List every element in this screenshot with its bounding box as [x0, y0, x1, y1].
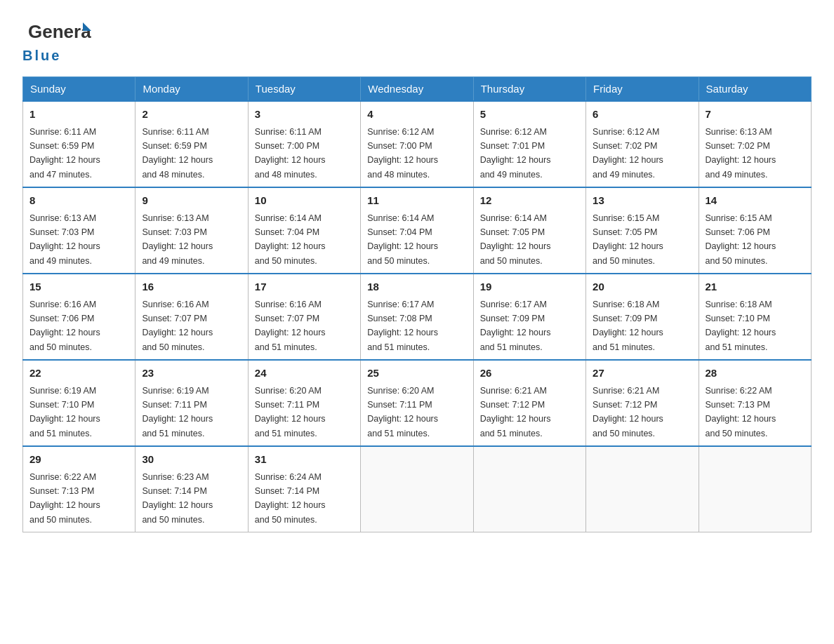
calendar-cell: 9 Sunrise: 6:13 AMSunset: 7:03 PMDayligh…	[135, 187, 248, 274]
calendar-cell	[361, 446, 473, 532]
calendar-cell: 2 Sunrise: 6:11 AMSunset: 6:59 PMDayligh…	[135, 101, 248, 187]
day-info: Sunrise: 6:13 AMSunset: 7:03 PMDaylight:…	[29, 213, 100, 266]
calendar-cell	[473, 446, 585, 532]
logo-blue-line: Blue	[22, 48, 91, 64]
day-info: Sunrise: 6:14 AMSunset: 7:04 PMDaylight:…	[255, 213, 326, 266]
day-number: 22	[29, 365, 128, 382]
calendar-cell: 17 Sunrise: 6:16 AMSunset: 7:07 PMDaylig…	[248, 274, 360, 360]
day-info: Sunrise: 6:15 AMSunset: 7:05 PMDaylight:…	[593, 213, 663, 266]
day-info: Sunrise: 6:19 AMSunset: 7:10 PMDaylight:…	[29, 386, 100, 438]
day-info: Sunrise: 6:16 AMSunset: 7:06 PMDaylight:…	[29, 300, 100, 352]
week-row-5: 29 Sunrise: 6:22 AMSunset: 7:13 PMDaylig…	[23, 446, 812, 532]
day-number: 30	[142, 452, 241, 468]
day-number: 31	[255, 452, 354, 468]
week-row-4: 22 Sunrise: 6:19 AMSunset: 7:10 PMDaylig…	[23, 360, 812, 446]
day-info: Sunrise: 6:14 AMSunset: 7:04 PMDaylight:…	[367, 213, 438, 266]
calendar-cell: 21 Sunrise: 6:18 AMSunset: 7:10 PMDaylig…	[699, 274, 811, 360]
calendar-cell: 16 Sunrise: 6:16 AMSunset: 7:07 PMDaylig…	[135, 274, 248, 360]
calendar-cell: 29 Sunrise: 6:22 AMSunset: 7:13 PMDaylig…	[23, 446, 135, 532]
calendar-cell: 15 Sunrise: 6:16 AMSunset: 7:06 PMDaylig…	[23, 274, 135, 360]
logo-general-blue	[22, 20, 28, 44]
day-number: 10	[255, 193, 354, 209]
col-header-friday: Friday	[586, 77, 699, 102]
day-info: Sunrise: 6:13 AMSunset: 7:02 PMDaylight:…	[706, 127, 776, 180]
week-row-2: 8 Sunrise: 6:13 AMSunset: 7:03 PMDayligh…	[23, 187, 812, 274]
day-number: 24	[255, 365, 354, 382]
col-header-monday: Monday	[135, 77, 248, 102]
calendar-cell: 12 Sunrise: 6:14 AMSunset: 7:05 PMDaylig…	[473, 187, 585, 274]
day-info: Sunrise: 6:17 AMSunset: 7:08 PMDaylight:…	[367, 300, 438, 352]
day-number: 18	[367, 279, 466, 295]
calendar-cell: 22 Sunrise: 6:19 AMSunset: 7:10 PMDaylig…	[23, 360, 135, 446]
calendar-cell: 30 Sunrise: 6:23 AMSunset: 7:14 PMDaylig…	[135, 446, 248, 532]
day-number: 12	[480, 193, 579, 209]
day-info: Sunrise: 6:21 AMSunset: 7:12 PMDaylight:…	[480, 386, 551, 438]
day-info: Sunrise: 6:12 AMSunset: 7:01 PMDaylight:…	[480, 127, 551, 180]
calendar-cell: 13 Sunrise: 6:15 AMSunset: 7:05 PMDaylig…	[586, 187, 699, 274]
calendar-cell	[699, 446, 811, 532]
day-number: 6	[593, 107, 691, 123]
day-number: 3	[255, 107, 354, 123]
day-info: Sunrise: 6:20 AMSunset: 7:11 PMDaylight:…	[255, 386, 326, 438]
day-number: 16	[142, 279, 241, 295]
day-number: 20	[593, 279, 691, 295]
calendar-cell: 14 Sunrise: 6:15 AMSunset: 7:06 PMDaylig…	[699, 187, 811, 274]
day-number: 14	[706, 193, 805, 209]
page-header: General Blue	[22, 17, 812, 64]
day-number: 8	[29, 193, 128, 209]
day-info: Sunrise: 6:16 AMSunset: 7:07 PMDaylight:…	[142, 300, 213, 352]
day-info: Sunrise: 6:13 AMSunset: 7:03 PMDaylight:…	[142, 213, 213, 266]
svg-text:General: General	[28, 21, 91, 42]
calendar-cell: 24 Sunrise: 6:20 AMSunset: 7:11 PMDaylig…	[248, 360, 360, 446]
calendar-cell: 31 Sunrise: 6:24 AMSunset: 7:14 PMDaylig…	[248, 446, 360, 532]
col-header-tuesday: Tuesday	[248, 77, 360, 102]
day-number: 1	[29, 107, 128, 123]
day-number: 4	[367, 107, 466, 123]
calendar-cell: 6 Sunrise: 6:12 AMSunset: 7:02 PMDayligh…	[586, 101, 699, 187]
day-number: 28	[706, 365, 805, 382]
col-header-wednesday: Wednesday	[361, 77, 473, 102]
calendar-cell: 28 Sunrise: 6:22 AMSunset: 7:13 PMDaylig…	[699, 360, 811, 446]
logo-svg: General	[28, 17, 91, 48]
day-number: 23	[142, 365, 241, 382]
day-number: 21	[706, 279, 805, 295]
calendar-cell: 10 Sunrise: 6:14 AMSunset: 7:04 PMDaylig…	[248, 187, 360, 274]
day-info: Sunrise: 6:14 AMSunset: 7:05 PMDaylight:…	[480, 213, 551, 266]
calendar-cell: 8 Sunrise: 6:13 AMSunset: 7:03 PMDayligh…	[23, 187, 135, 274]
day-info: Sunrise: 6:21 AMSunset: 7:12 PMDaylight:…	[593, 386, 663, 438]
calendar-cell: 7 Sunrise: 6:13 AMSunset: 7:02 PMDayligh…	[699, 101, 811, 187]
day-info: Sunrise: 6:22 AMSunset: 7:13 PMDaylight:…	[706, 386, 776, 438]
day-info: Sunrise: 6:18 AMSunset: 7:10 PMDaylight:…	[706, 300, 776, 352]
day-number: 25	[367, 365, 466, 382]
calendar-cell: 11 Sunrise: 6:14 AMSunset: 7:04 PMDaylig…	[361, 187, 473, 274]
calendar-header-row: SundayMondayTuesdayWednesdayThursdayFrid…	[23, 77, 812, 102]
calendar-cell: 5 Sunrise: 6:12 AMSunset: 7:01 PMDayligh…	[473, 101, 585, 187]
day-number: 5	[480, 107, 579, 123]
col-header-sunday: Sunday	[23, 77, 135, 102]
day-number: 15	[29, 279, 128, 295]
day-number: 11	[367, 193, 466, 209]
day-number: 9	[142, 193, 241, 209]
calendar-cell: 3 Sunrise: 6:11 AMSunset: 7:00 PMDayligh…	[248, 101, 360, 187]
calendar-cell: 1 Sunrise: 6:11 AMSunset: 6:59 PMDayligh…	[23, 101, 135, 187]
day-info: Sunrise: 6:20 AMSunset: 7:11 PMDaylight:…	[367, 386, 438, 438]
week-row-3: 15 Sunrise: 6:16 AMSunset: 7:06 PMDaylig…	[23, 274, 812, 360]
calendar-cell: 23 Sunrise: 6:19 AMSunset: 7:11 PMDaylig…	[135, 360, 248, 446]
day-number: 17	[255, 279, 354, 295]
day-number: 27	[593, 365, 691, 382]
calendar-cell: 20 Sunrise: 6:18 AMSunset: 7:09 PMDaylig…	[586, 274, 699, 360]
day-number: 7	[706, 107, 805, 123]
calendar-cell: 27 Sunrise: 6:21 AMSunset: 7:12 PMDaylig…	[586, 360, 699, 446]
calendar-cell: 25 Sunrise: 6:20 AMSunset: 7:11 PMDaylig…	[361, 360, 473, 446]
col-header-thursday: Thursday	[473, 77, 585, 102]
day-info: Sunrise: 6:18 AMSunset: 7:09 PMDaylight:…	[593, 300, 663, 352]
day-number: 29	[29, 452, 128, 468]
day-info: Sunrise: 6:15 AMSunset: 7:06 PMDaylight:…	[706, 213, 776, 266]
day-info: Sunrise: 6:11 AMSunset: 7:00 PMDaylight:…	[255, 127, 326, 180]
col-header-saturday: Saturday	[699, 77, 811, 102]
calendar-cell: 19 Sunrise: 6:17 AMSunset: 7:09 PMDaylig…	[473, 274, 585, 360]
day-info: Sunrise: 6:24 AMSunset: 7:14 PMDaylight:…	[255, 472, 326, 525]
day-info: Sunrise: 6:12 AMSunset: 7:02 PMDaylight:…	[593, 127, 663, 180]
calendar-cell: 4 Sunrise: 6:12 AMSunset: 7:00 PMDayligh…	[361, 101, 473, 187]
calendar-cell	[586, 446, 699, 532]
